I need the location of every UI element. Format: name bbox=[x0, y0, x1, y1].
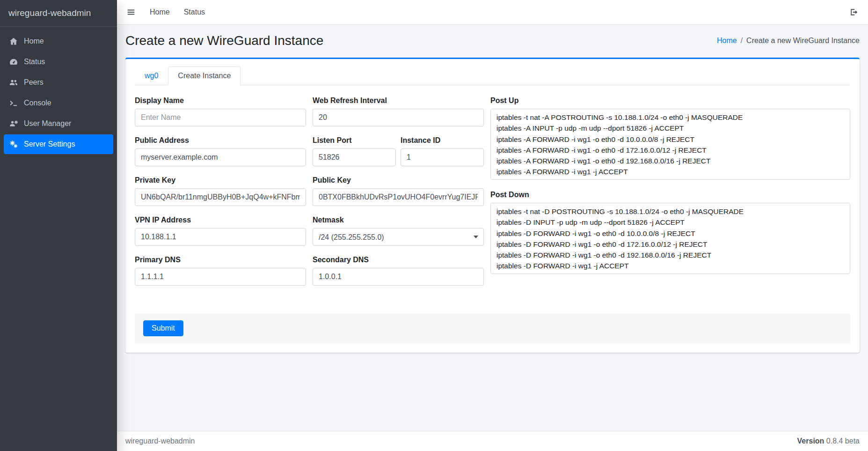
navbar-link-status[interactable]: Status bbox=[184, 8, 205, 16]
terminal-icon bbox=[8, 98, 19, 108]
user-manager-icon bbox=[8, 119, 19, 128]
post-up-label: Post Up bbox=[490, 96, 850, 105]
tab-wg0[interactable]: wg0 bbox=[135, 67, 168, 85]
private-key-input[interactable] bbox=[135, 188, 306, 206]
footer-version-value: 0.8.4 beta bbox=[826, 437, 860, 445]
primary-dns-label: Primary DNS bbox=[135, 256, 306, 264]
tachometer-icon bbox=[8, 57, 19, 67]
sidebar-item-label: Peers bbox=[24, 78, 44, 87]
netmask-select-wrap: /24 (255.255.255.0) bbox=[313, 228, 484, 246]
instance-id-label: Instance ID bbox=[401, 136, 484, 145]
content: Create a new WireGuard Instance Home / C… bbox=[117, 25, 868, 431]
main-area: Home Status Create a new WireGuard Insta… bbox=[117, 0, 868, 451]
netmask-label: Netmask bbox=[313, 216, 484, 224]
cogs-icon bbox=[8, 140, 19, 149]
form-column-right: Post Up Post Down bbox=[490, 96, 850, 296]
sidebar-item-label: Server Settings bbox=[24, 140, 75, 148]
vpn-ip-input[interactable] bbox=[135, 228, 306, 246]
menu-icon[interactable] bbox=[126, 7, 136, 17]
footer-brand: wireguard-webadmin bbox=[125, 437, 195, 445]
sidebar-nav: Home Status Peers Console User Manager bbox=[0, 27, 117, 160]
web-refresh-interval-input[interactable] bbox=[313, 109, 484, 126]
public-address-label: Public Address bbox=[135, 136, 306, 145]
tab-create-instance[interactable]: Create Instance bbox=[168, 67, 241, 85]
display-name-label: Display Name bbox=[135, 96, 306, 105]
instance-card: wg0 Create Instance Display Name Public … bbox=[125, 58, 860, 353]
home-icon bbox=[8, 37, 19, 46]
display-name-input[interactable] bbox=[135, 109, 306, 126]
footer-version: Version 0.8.4 beta bbox=[797, 437, 860, 445]
sidebar-item-home[interactable]: Home bbox=[4, 31, 113, 51]
sidebar-item-label: Home bbox=[24, 37, 44, 45]
content-header: Create a new WireGuard Instance Home / C… bbox=[125, 25, 860, 58]
public-address-input[interactable] bbox=[135, 148, 306, 166]
brand-text: wireguard-webadmin bbox=[8, 8, 91, 18]
logout-icon[interactable] bbox=[849, 7, 859, 17]
web-refresh-interval-label: Web Refresh Interval bbox=[313, 96, 484, 105]
sidebar-item-label: Status bbox=[24, 58, 45, 66]
sidebar-item-server-settings[interactable]: Server Settings bbox=[4, 134, 113, 154]
breadcrumb-home-link[interactable]: Home bbox=[717, 37, 737, 45]
post-down-textarea[interactable] bbox=[490, 203, 850, 274]
public-key-input[interactable] bbox=[313, 188, 484, 206]
sidebar-item-label: User Manager bbox=[24, 119, 71, 128]
instance-form: Display Name Public Address Private Key … bbox=[135, 96, 850, 296]
form-column-left: Display Name Public Address Private Key … bbox=[135, 96, 306, 296]
submit-button[interactable]: Submit bbox=[143, 320, 183, 336]
users-icon bbox=[8, 78, 19, 87]
netmask-select[interactable]: /24 (255.255.255.0) bbox=[313, 228, 484, 246]
instance-id-input[interactable] bbox=[401, 148, 484, 166]
sidebar-item-label: Console bbox=[24, 99, 51, 107]
secondary-dns-input[interactable] bbox=[313, 268, 484, 286]
sidebar: wireguard-webadmin Home Status Peers Co bbox=[0, 0, 117, 451]
navbar-link-home[interactable]: Home bbox=[150, 8, 170, 16]
post-down-label: Post Down bbox=[490, 191, 850, 199]
secondary-dns-label: Secondary DNS bbox=[313, 256, 484, 264]
brand-link[interactable]: wireguard-webadmin bbox=[0, 0, 117, 27]
private-key-label: Private Key bbox=[135, 176, 306, 185]
vpn-ip-label: VPN IP Address bbox=[135, 216, 306, 224]
top-navbar: Home Status bbox=[117, 0, 868, 25]
sidebar-item-status[interactable]: Status bbox=[4, 52, 113, 72]
form-footer: Submit bbox=[135, 313, 850, 343]
breadcrumb-separator: / bbox=[741, 37, 743, 45]
page-footer: wireguard-webadmin Version 0.8.4 beta bbox=[117, 431, 868, 451]
breadcrumb: Home / Create a new WireGuard Instance bbox=[717, 37, 860, 45]
listen-port-label: Listen Port bbox=[313, 136, 396, 145]
form-column-middle: Web Refresh Interval Listen Port Instanc… bbox=[313, 96, 484, 296]
public-key-label: Public Key bbox=[313, 176, 484, 185]
breadcrumb-current: Create a new WireGuard Instance bbox=[746, 37, 860, 45]
post-up-textarea[interactable] bbox=[490, 109, 850, 180]
sidebar-item-user-manager[interactable]: User Manager bbox=[4, 114, 113, 133]
tab-bar: wg0 Create Instance bbox=[135, 67, 850, 85]
listen-port-input[interactable] bbox=[313, 148, 396, 166]
sidebar-item-console[interactable]: Console bbox=[4, 93, 113, 113]
sidebar-item-peers[interactable]: Peers bbox=[4, 73, 113, 92]
page-title: Create a new WireGuard Instance bbox=[125, 33, 323, 48]
primary-dns-input[interactable] bbox=[135, 268, 306, 286]
footer-version-label: Version bbox=[797, 437, 824, 445]
